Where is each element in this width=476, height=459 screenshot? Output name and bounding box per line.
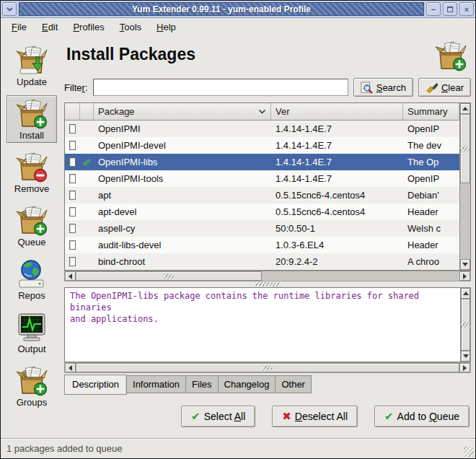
table-row[interactable]: apt-devel0.5.15cnc6-4.centos4Header <box>65 204 459 220</box>
sidebar-item-label: Repos <box>18 290 45 301</box>
menu-help[interactable]: Help <box>150 20 182 34</box>
scrollbar-trough[interactable] <box>460 183 470 259</box>
package-summary: OpenIP <box>403 121 459 137</box>
package-checkbox[interactable] <box>69 207 76 217</box>
scrollbar-thumb[interactable] <box>76 271 262 281</box>
window-menu-button[interactable] <box>2 2 17 16</box>
tab-other[interactable]: Other <box>276 375 312 393</box>
table-row[interactable]: OpenIPMI1.4.14-1.4E.7OpenIP <box>65 121 459 137</box>
description-vertical-scrollbar[interactable] <box>460 287 471 362</box>
scroll-up-button[interactable] <box>461 288 470 299</box>
scrollbar-thumb[interactable] <box>461 299 470 351</box>
sort-descending-icon <box>258 109 266 114</box>
queue-status-cell <box>80 220 94 237</box>
arrow-up-icon <box>463 292 469 295</box>
boxes-plus-icon <box>14 365 49 397</box>
package-summary: Header <box>403 204 459 220</box>
sidebar-item-queue[interactable]: Queue <box>6 202 57 250</box>
column-header-checkbox[interactable] <box>65 103 80 121</box>
scroll-left-button[interactable] <box>65 271 76 281</box>
package-name: apt <box>94 187 271 204</box>
table-row[interactable]: bind-chroot20:9.2.4-2A chroo <box>65 253 459 270</box>
package-summary: A chroo <box>403 253 459 270</box>
sidebar-item-repos[interactable]: Repos <box>6 255 57 303</box>
arrow-down-icon <box>463 354 469 358</box>
close-button[interactable]: × <box>459 2 474 16</box>
add-to-queue-button[interactable]: ✔ Add to Queue <box>374 406 470 427</box>
menu-tools[interactable]: Tools <box>113 20 148 34</box>
pane-splitter[interactable] <box>64 281 471 287</box>
table-vertical-scrollbar[interactable] <box>459 103 470 270</box>
action-buttons-row: ✔ Select All ✖ Deselect All ✔ Add to Que… <box>64 395 471 438</box>
maximize-button[interactable] <box>443 2 457 16</box>
column-header-status[interactable] <box>80 103 94 121</box>
column-header-package[interactable]: Package <box>94 103 271 121</box>
package-checkbox[interactable] <box>69 224 76 233</box>
sidebar-item-remove[interactable]: Remove <box>6 149 57 196</box>
scroll-down-button[interactable] <box>461 351 470 362</box>
description-horizontal-scrollbar[interactable] <box>64 362 471 373</box>
cross-icon: ✖ <box>282 410 291 423</box>
titlebar[interactable]: Yum Extender 0.99.11 - yum-enabled Profi… <box>1 1 475 18</box>
tab-description[interactable]: Description <box>64 375 127 395</box>
sidebar-item-groups[interactable]: Groups <box>6 362 57 410</box>
package-name: bind-chroot <box>94 253 271 270</box>
scroll-down-button[interactable] <box>460 259 470 270</box>
table-row[interactable]: audit-libs-devel1.0.3-6.EL4Header <box>65 237 459 253</box>
table-horizontal-scrollbar[interactable] <box>64 271 471 281</box>
queue-status-cell <box>80 204 94 220</box>
queue-status-cell <box>80 121 94 137</box>
sidebar-item-output[interactable]: Output <box>6 309 57 357</box>
column-header-summary[interactable]: Summary <box>403 103 459 121</box>
minimize-button[interactable]: − <box>426 2 441 16</box>
arrow-up-icon <box>462 107 468 110</box>
select-all-button[interactable]: ✔ Select All <box>181 406 255 427</box>
table-row[interactable]: OpenIPMI-tools1.4.14-1.4E.7OpenIP <box>65 170 459 187</box>
menu-profiles[interactable]: Profiles <box>66 20 110 34</box>
menu-edit[interactable]: Edit <box>35 20 64 34</box>
filter-input[interactable] <box>93 79 348 96</box>
clear-button[interactable]: Clear <box>418 78 471 97</box>
clear-brush-icon <box>426 82 438 94</box>
resize-grip[interactable] <box>464 447 474 457</box>
column-header-ver[interactable]: Ver <box>271 103 403 121</box>
package-checkbox[interactable] <box>69 240 76 250</box>
package-name: OpenIPMI-devel <box>94 137 271 154</box>
search-button[interactable]: Search <box>353 78 413 97</box>
scroll-up-button[interactable] <box>460 103 470 114</box>
scroll-right-button[interactable] <box>459 271 470 281</box>
package-version: 50:0.50-1 <box>271 220 403 237</box>
package-checkbox[interactable] <box>69 124 76 134</box>
sidebar-item-update[interactable]: Update <box>6 42 57 89</box>
menu-file[interactable]: File <box>5 20 33 34</box>
tab-information[interactable]: Information <box>127 375 186 393</box>
tab-files[interactable]: Files <box>186 375 218 393</box>
arrow-left-icon <box>69 274 72 279</box>
package-checkbox[interactable] <box>69 191 76 200</box>
table-row[interactable]: apt0.5.15cnc6-4.centos4Debian' <box>65 187 459 204</box>
scrollbar-thumb[interactable] <box>76 363 459 372</box>
scrollbar-thumb[interactable] <box>460 114 470 183</box>
sidebar-item-install[interactable]: Install <box>6 95 57 143</box>
tab-changelog[interactable]: Changelog <box>219 375 276 393</box>
minimize-icon: − <box>431 5 436 14</box>
yum-extender-window: Yum Extender 0.99.11 - yum-enabled Profi… <box>0 0 476 459</box>
column-header-summary-label: Summary <box>407 106 448 117</box>
table-row[interactable]: OpenIPMI-devel1.4.14-1.4E.7The dev <box>65 137 459 154</box>
checkbox-cell <box>65 220 80 237</box>
add-to-queue-label: Add to Queue <box>397 411 459 422</box>
table-row[interactable]: ✔OpenIPMI-libs1.4.14-1.4E.7The Op <box>65 154 459 170</box>
scrollbar-trough[interactable] <box>262 271 459 281</box>
package-checkbox[interactable] <box>69 157 76 167</box>
scroll-right-button[interactable] <box>459 363 470 372</box>
package-checkbox[interactable] <box>69 257 76 266</box>
package-name: audit-libs-devel <box>94 237 271 253</box>
description-text: The OpenIPMI-libs package contains the r… <box>64 287 460 362</box>
checkbox-cell <box>65 137 80 154</box>
package-checkbox[interactable] <box>69 141 76 150</box>
package-checkbox[interactable] <box>69 174 76 183</box>
status-text: 1 packages added to queue <box>6 443 122 454</box>
table-row[interactable]: aspell-cy50:0.50-1Welsh c <box>65 220 459 237</box>
deselect-all-button[interactable]: ✖ Deselect All <box>272 406 358 427</box>
scroll-left-button[interactable] <box>65 363 76 372</box>
